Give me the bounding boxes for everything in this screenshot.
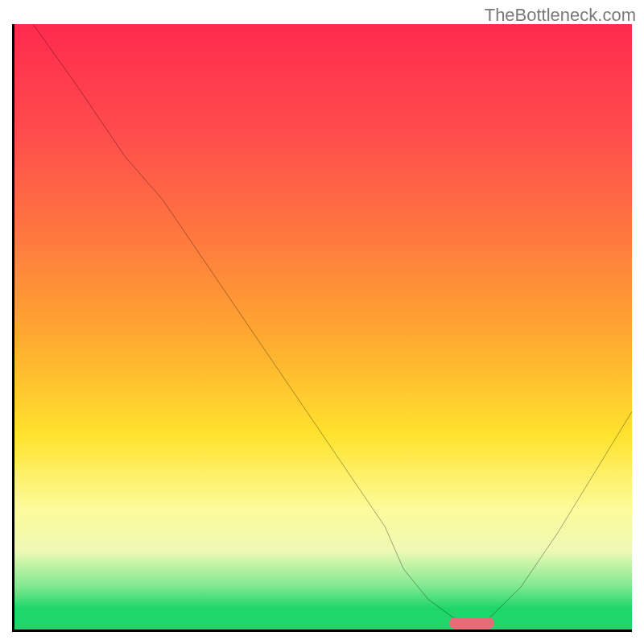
bottleneck-curve (14, 24, 632, 630)
watermark-text: TheBottleneck.com (485, 5, 636, 26)
plot-area (12, 24, 632, 632)
optimum-marker (449, 617, 494, 629)
